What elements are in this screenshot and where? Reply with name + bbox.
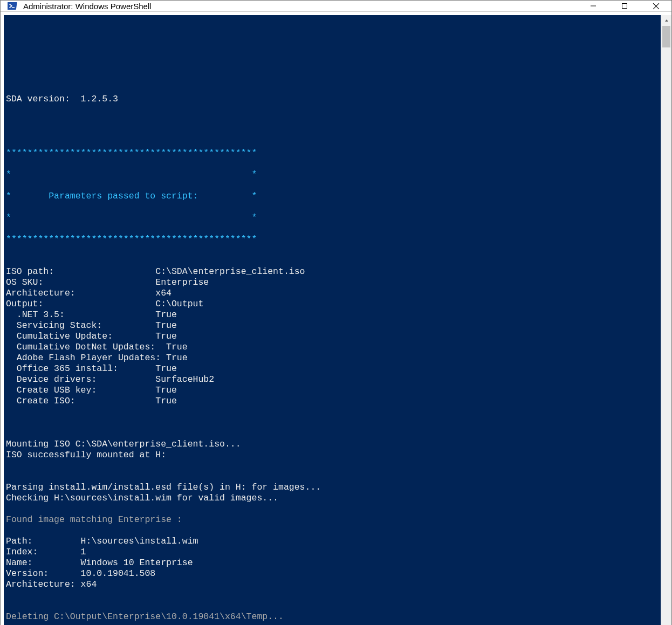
banner-line: * *: [6, 169, 659, 180]
banner-line: ****************************************…: [6, 234, 659, 245]
titlebar[interactable]: Administrator: Windows PowerShell: [1, 1, 671, 12]
console-output[interactable]: SDA version: 1.2.5.3 *******************…: [4, 15, 661, 625]
console-frame: SDA version: 1.2.5.3 *******************…: [1, 12, 671, 625]
sda-version-line: SDA version: 1.2.5.3: [6, 94, 659, 105]
close-button[interactable]: [640, 1, 671, 11]
gap: [6, 115, 659, 137]
vertical-scrollbar[interactable]: [661, 15, 671, 625]
minimize-button[interactable]: [578, 1, 609, 11]
svg-rect-0: [8, 2, 17, 10]
banner-title: * Parameters passed to script: *: [6, 191, 659, 202]
maximize-button[interactable]: [609, 1, 640, 11]
parameters-block: ISO path: C:\SDA\enterprise_client.iso O…: [6, 266, 659, 407]
found-image-line: Found image matching Enterprise :: [6, 514, 659, 525]
blank-lines: [6, 29, 659, 83]
powershell-window: Administrator: Windows PowerShell SDA ve…: [0, 0, 672, 625]
banner-line: ****************************************…: [6, 148, 659, 159]
window-controls: [578, 1, 671, 11]
scroll-up-arrow[interactable]: [661, 15, 671, 26]
scroll-thumb[interactable]: [662, 26, 670, 47]
powershell-icon: [7, 1, 18, 11]
parsing-block: Parsing install.wim/install.esd file(s) …: [6, 482, 659, 504]
banner-line: * *: [6, 212, 659, 223]
mounting-block: Mounting ISO C:\SDA\enterprise_client.is…: [6, 439, 659, 461]
deleting-line: Deleting C:\Output\Enterprise\10.0.19041…: [6, 612, 659, 622]
svg-rect-3: [622, 4, 627, 9]
image-info-block: Path: H:\sources\install.wim Index: 1 Na…: [6, 536, 659, 590]
gap: [6, 417, 659, 428]
window-title: Administrator: Windows PowerShell: [23, 2, 152, 11]
